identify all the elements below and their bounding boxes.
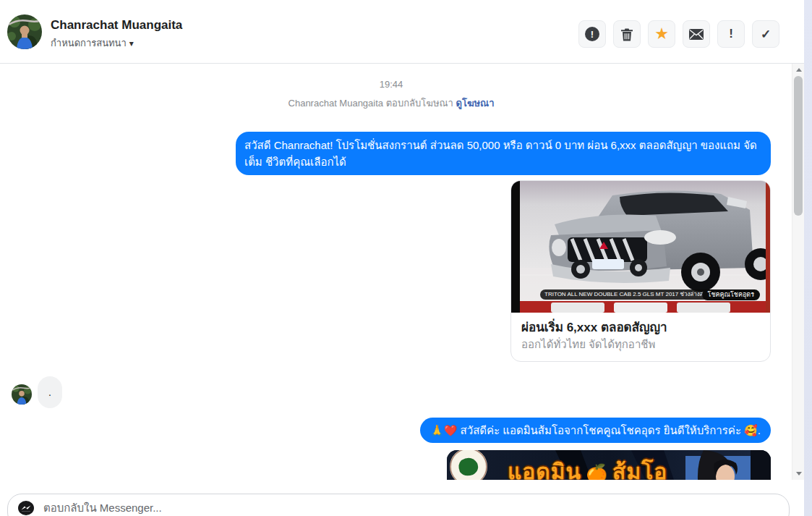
mark-done-button[interactable]: ✓ [752,20,779,48]
window-edge-strip [804,0,812,516]
banner-title-right: ส้มโอ [612,460,667,480]
report-button[interactable]: ! [578,20,606,48]
sent-message-bubble: สวัสดี Chanrachat! โปรโมชั่นสงกรานต์ ส่ว… [236,132,771,175]
received-message-bubble: . [38,376,62,408]
message-row: TRITON ALL NEW DOUBLE CAB 2.5 GLS MT 201… [12,175,771,362]
banner-title-left: แอดมิน [508,460,581,480]
view-ad-link[interactable]: ดูโฆษณา [456,98,494,109]
timestamp: 19:44 [12,78,771,91]
messenger-inbox-window: Chanrachat Muangaita กำหนดการสนทนา▾ ! ★ [0,0,812,516]
check-icon: ✓ [761,27,771,42]
contact-avatar[interactable] [7,14,42,49]
ad-card-subtitle: ออกได้ทั่วไทย จัดได้ทุกอาชีพ [521,337,760,352]
avatar-photo [7,14,42,49]
follow-up-button[interactable]: ★ [648,20,675,48]
sent-message-bubble: 🙏❤️ สวัสดีค่ะ แอดมินส้มโอจากโชคคูณโชคอุด… [420,418,771,443]
exclamation-circle-icon: ! [585,27,599,41]
scrollbar[interactable] [792,64,804,480]
message-row: สวัสดี Chanrachat! โปรโมชั่นสงกรานต์ ส่ว… [12,132,771,175]
schedule-conversation-label: กำหนดการสนทนา [51,38,127,48]
ad-card-attachment[interactable]: TRITON ALL NEW DOUBLE CAB 2.5 GLS MT 201… [510,180,771,362]
contact-avatar-small[interactable] [12,384,32,405]
ad-card-info: ผ่อนเริ่ม 6,xxx ตลอดสัญญา ออกได้ทั่วไทย … [511,313,770,361]
envelope-icon [689,29,704,40]
reply-input[interactable]: ตอบกลับใน Messenger... [7,494,790,516]
mark-unread-button[interactable] [683,20,710,48]
triangle-down-icon [796,472,802,475]
reply-bar: ตอบกลับใน Messenger... [0,480,804,516]
message-row: . [12,376,771,408]
scrollbar-thumb[interactable] [794,76,803,216]
chevron-down-icon: ▾ [129,38,134,48]
pomelo-emoji: 🍊 [586,463,608,480]
scroll-up-arrow[interactable] [792,64,805,76]
exclamation-icon: ! [729,27,733,41]
chat-scroll-area[interactable]: 19:44 Chanrachat Muangaita ตอบกลับโฆษณา … [0,64,792,480]
message-row: แอดมิน🍊ส้มโอ [12,443,771,480]
ad-card-image: TRITON ALL NEW DOUBLE CAB 2.5 GLS MT 201… [511,181,770,313]
admin-banner-image[interactable]: แอดมิน🍊ส้มโอ [447,450,771,480]
ad-context-text: Chanrachat Muangaita ตอบกลับโฆษณา [289,98,453,109]
mark-important-button[interactable]: ! [717,20,745,48]
ad-card-title: ผ่อนเริ่ม 6,xxx ตลอดสัญญา [521,319,760,337]
conversation-header: Chanrachat Muangaita กำหนดการสนทนา▾ ! ★ [0,0,804,64]
delete-button[interactable] [613,20,641,48]
moderation-toolbar: ! ★ ! [578,20,779,48]
message-row: 🙏❤️ สวัสดีค่ะ แอดมินส้มโอจากโชคคูณโชคอุด… [12,418,771,443]
ad-context-line: Chanrachat Muangaita ตอบกลับโฆษณา ดูโฆษณ… [12,97,771,110]
avatar-photo [12,384,32,405]
star-icon: ★ [654,25,669,43]
trash-icon [620,28,633,41]
scroll-down-arrow[interactable] [792,468,805,480]
contact-name: Chanrachat Muangaita [51,18,182,33]
messenger-icon [18,500,34,516]
banner-title: แอดมิน🍊ส้มโอ [508,454,667,480]
reply-placeholder: ตอบกลับใน Messenger... [43,500,162,516]
triangle-up-icon [796,68,802,72]
dealer-badge: โชคคูณโชคอุดร [702,289,760,300]
schedule-conversation-dropdown[interactable]: กำหนดการสนทนา▾ [51,35,134,51]
